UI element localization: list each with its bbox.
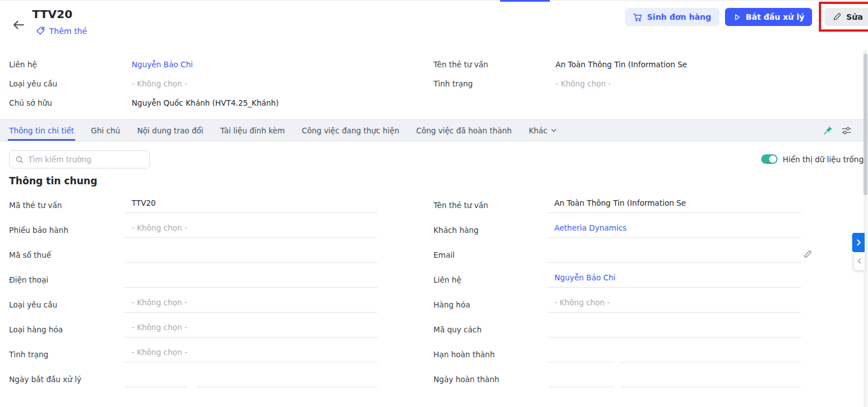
field-settings-icon[interactable] (841, 125, 852, 136)
chevron-right-icon (856, 239, 861, 246)
summary-row: Liên hệ Nguyễn Bảo Chi (9, 59, 427, 70)
field-label: Loại yêu cầu (9, 79, 132, 88)
field-row: Tên thẻ tư vấn An Toàn Thông Tin (Inform… (433, 193, 801, 218)
field-value: An Toàn Thông Tin (Information Se (555, 60, 687, 69)
show-empty-toggle-row: Hiển thị dữ liệu trống (761, 154, 863, 164)
field-row: Email (433, 243, 801, 268)
field-value[interactable]: - Không chọn - (547, 293, 801, 313)
add-tag-label: Thêm thẻ (49, 27, 87, 36)
field-row: Mã quy cách (433, 318, 801, 343)
field-row: Liên hệ Nguyễn Bảo Chi (433, 268, 801, 293)
play-icon (733, 13, 741, 21)
time-field[interactable] (620, 367, 801, 387)
show-empty-toggle[interactable] (761, 154, 778, 164)
field-label: Liên hệ (9, 60, 132, 69)
field-value[interactable]: An Toàn Thông Tin (Information Se (547, 193, 801, 213)
summary-row: Tình trạng - Không chọn - (433, 78, 840, 89)
tab-bar: Thông tin chi tiết Ghi chú Nội dung trao… (0, 119, 868, 141)
viewport-top-border (0, 0, 868, 1)
field-row: Loại yêu cầu - Không chọn - (9, 293, 377, 318)
pin-icon[interactable] (823, 125, 833, 135)
field-search-box (9, 150, 150, 168)
field-value[interactable]: - Không chọn - (124, 293, 377, 313)
time-field[interactable] (620, 343, 801, 362)
tab-conversations[interactable]: Nội dung trao đổi (137, 120, 203, 141)
summary-row: Loại yêu cầu - Không chọn - (9, 78, 427, 89)
time-field[interactable] (195, 367, 377, 387)
field-value[interactable]: Nguyễn Bảo Chi (547, 268, 801, 288)
date-field[interactable] (547, 367, 614, 387)
field-value[interactable] (547, 243, 801, 263)
field-label: Chủ sở hữu (9, 98, 132, 107)
field-row: Mã số thuế (9, 243, 377, 268)
field-row: Loại hàng hóa - Không chọn - (9, 318, 377, 343)
field-value[interactable]: TTV20 (124, 193, 377, 213)
field-label: Tình trạng (433, 79, 555, 88)
search-icon (15, 155, 24, 164)
date-field[interactable] (124, 367, 189, 387)
field-row: Phiếu bảo hành - Không chọn - (9, 218, 377, 243)
field-value: - Không chọn - (132, 79, 187, 88)
field-search-input[interactable] (28, 155, 144, 164)
back-button[interactable] (11, 18, 26, 32)
field-value: Nguyễn Quốc Khánh (HVT4.25_Khánh) (132, 98, 279, 107)
date-field[interactable] (547, 343, 614, 362)
tag-icon (36, 26, 45, 36)
field-value[interactable]: - Không chọn - (124, 218, 377, 238)
summary-left-column: Liên hệ Nguyễn Bảo Chi Loại yêu cầu - Kh… (9, 59, 427, 116)
chevron-left-icon (857, 258, 862, 264)
field-row: Hạn hoàn thành (433, 343, 801, 367)
section-title: Thông tin chung (9, 175, 97, 187)
customer-link[interactable]: Aetheria Dynamics (554, 223, 627, 232)
field-label: Tên thẻ tư vấn (433, 60, 555, 69)
add-tag-button[interactable]: Thêm thẻ (36, 26, 87, 36)
field-row: Ngày hoàn thành (433, 367, 801, 392)
summary-right-column: Tên thẻ tư vấn An Toàn Thông Tin (Inform… (433, 59, 840, 97)
page-title: TTV20 (32, 7, 72, 21)
side-panel-collapse-button[interactable] (854, 252, 865, 270)
field-row: Khách hàng Aetheria Dynamics (433, 218, 801, 243)
field-row: Tình trạng - Không chọn - (9, 343, 377, 367)
pencil-icon (832, 12, 841, 21)
summary-row: Tên thẻ tư vấn An Toàn Thông Tin (Inform… (433, 59, 840, 70)
side-panel-open-button[interactable] (852, 233, 865, 252)
tab-attachments[interactable]: Tài liệu đính kèm (220, 120, 285, 141)
scrollbar-thumb[interactable] (863, 54, 867, 195)
header-actions: Sinh đơn hàng Bắt đầu xử lý Sửa ··· (625, 8, 868, 26)
field-row: Ngày bắt đầu xử lý (9, 367, 377, 392)
contact-link[interactable]: Nguyễn Bảo Chi (132, 60, 193, 69)
summary-row: Chủ sở hữu Nguyễn Quốc Khánh (HVT4.25_Kh… (9, 97, 427, 109)
field-value[interactable] (547, 318, 801, 337)
cart-icon (633, 12, 643, 22)
edit-button[interactable]: Sửa (824, 8, 868, 26)
contact-link[interactable]: Nguyễn Bảo Chi (554, 273, 615, 282)
chevron-down-icon (551, 128, 557, 132)
show-empty-toggle-label: Hiển thị dữ liệu trống (783, 155, 863, 164)
start-processing-button[interactable]: Bắt đầu xử lý (725, 8, 813, 26)
field-value[interactable] (124, 243, 377, 263)
field-value[interactable] (124, 268, 377, 288)
field-row: Mã thẻ tư vấn TTV20 (9, 193, 377, 218)
field-value[interactable]: Aetheria Dynamics (547, 218, 801, 238)
top-active-indicator (500, 0, 550, 2)
field-row: Điện thoại (9, 268, 377, 293)
tabbar-tools (823, 120, 852, 141)
edit-field-icon[interactable] (803, 250, 812, 259)
field-value[interactable]: - Không chọn - (124, 343, 377, 362)
generate-order-button[interactable]: Sinh đơn hàng (625, 8, 719, 26)
field-value: - Không chọn - (555, 79, 611, 88)
tab-tasks-completed[interactable]: Công việc đã hoàn thành (416, 120, 511, 141)
arrow-left-icon (11, 18, 26, 32)
tab-more[interactable]: Khác (529, 120, 557, 141)
field-row: Hàng hóa - Không chọn - (433, 293, 801, 318)
tab-notes[interactable]: Ghi chú (91, 120, 120, 141)
field-value[interactable]: - Không chọn - (124, 318, 377, 337)
tab-detail-info[interactable]: Thông tin chi tiết (9, 120, 74, 141)
tab-tasks-in-progress[interactable]: Công việc đang thực hiện (302, 120, 399, 141)
